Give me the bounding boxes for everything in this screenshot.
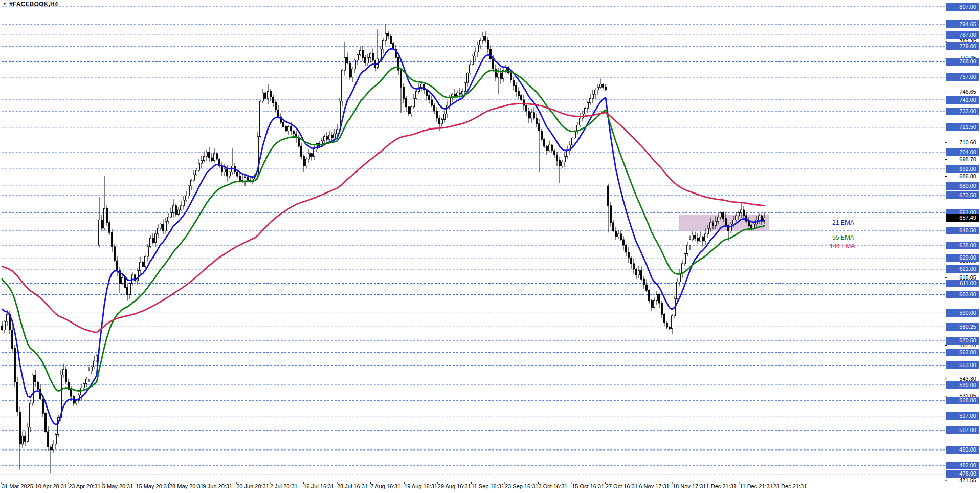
- chart-title-bar: ▼ #FACEBOOK,H4: [3, 1, 58, 8]
- time-axis-label: 1 Dec 21:31: [706, 483, 737, 489]
- time-axis-label: 15 Oct 16:31: [572, 483, 604, 489]
- price-level-label: 621.00: [946, 265, 979, 273]
- time-axis-label: 10 Apr 20:31: [35, 483, 67, 489]
- price-level-label: 787.00: [946, 31, 979, 39]
- time-axis-label: 16 Jul 16:31: [303, 483, 334, 489]
- price-level-label: 482.00: [946, 462, 979, 469]
- price-level-label: 629.00: [946, 254, 979, 262]
- time-axis-label: 29 Aug 16:31: [438, 483, 471, 489]
- chart-symbol-title: #FACEBOOK,H4: [9, 1, 58, 8]
- legend-ema-55: 55 EMA: [832, 234, 854, 241]
- price-level-label: 493.00: [946, 446, 979, 454]
- price-level-label: 704.00: [946, 148, 979, 156]
- time-axis-label: 23 Sep 16:31: [505, 483, 538, 489]
- time-scale[interactable]: 31 Mar 202510 Apr 20:3123 Apr 20:315 May…: [0, 483, 980, 493]
- price-axis-tick: 710.60: [946, 139, 979, 146]
- time-axis-label: 3 Oct 16:31: [539, 483, 568, 489]
- chart-window: ▼ #FACEBOOK,H4 21 EMA 55 EMA 144 EMA 782…: [0, 0, 980, 493]
- time-axis-label: 27 Oct 16:31: [606, 483, 638, 489]
- legend-ema-144: 144 EMA: [830, 243, 855, 250]
- price-level-label: 580.25: [946, 323, 979, 331]
- price-level-label: 517.00: [946, 412, 979, 420]
- price-level-label: 692.00: [946, 165, 979, 173]
- time-axis-label: 28 Jul 16:31: [337, 483, 368, 489]
- time-axis-label: 15 May 20:31: [136, 483, 170, 489]
- price-level-label: 733.00: [946, 108, 979, 115]
- price-level-label: 562.00: [946, 349, 979, 356]
- time-axis-label: 23 Dec 21:31: [773, 483, 807, 489]
- time-axis-label: 7 Aug 16:31: [371, 483, 401, 489]
- price-level-label: 603.00: [946, 291, 979, 298]
- price-level-label: 611.00: [946, 280, 979, 287]
- price-level-label: 768.00: [946, 58, 979, 66]
- price-level-label: 779.00: [946, 42, 979, 50]
- time-axis-label: 23 Apr 20:31: [69, 483, 100, 489]
- time-axis-label: 19 Aug 16:31: [404, 483, 437, 489]
- price-axis-tick: 698.70: [946, 156, 979, 163]
- time-axis-label: 18 Nov 17:31: [673, 483, 706, 489]
- symbol-dropdown-icon[interactable]: ▼: [3, 1, 7, 7]
- price-level-label: 757.00: [946, 73, 979, 81]
- ema-line-55-ema[interactable]: [2, 67, 764, 391]
- price-level-label: 476.00: [946, 470, 979, 478]
- time-axis-label: 20 Jun 20:31: [236, 483, 269, 489]
- chart-frame: [0, 0, 980, 484]
- price-level-label: 539.00: [946, 381, 979, 389]
- price-scale[interactable]: 782.35770.45746.65710.60698.70686.80626.…: [945, 0, 980, 482]
- price-level-label: 807.00: [946, 3, 979, 11]
- time-axis-label: 28 May 20:31: [169, 483, 204, 489]
- price-axis-tick: 686.80: [946, 173, 979, 180]
- price-axis-tick: 746.65: [946, 88, 979, 96]
- price-level-label: 570.50: [946, 337, 979, 345]
- legend-ema-21: 21 EMA: [832, 219, 854, 226]
- price-level-label: 528.00: [946, 397, 979, 404]
- price-level-label: 553.00: [946, 361, 979, 369]
- price-level-label: 680.00: [946, 182, 979, 190]
- price-level-label: 648.50: [946, 227, 979, 234]
- price-level-label: 794.65: [946, 20, 979, 28]
- price-level-label: 673.50: [946, 191, 979, 199]
- time-axis-label: 6 Nov 17:31: [639, 483, 669, 489]
- time-axis-label: 5 May 20:31: [102, 483, 133, 489]
- time-axis-label: 11 Dec 21:31: [740, 483, 773, 489]
- level-lines[interactable]: [2, 7, 945, 474]
- candles: [2, 24, 765, 473]
- current-price-label: 657.49: [946, 214, 979, 222]
- price-level-label: 590.00: [946, 309, 979, 317]
- time-axis-label: 31 Mar 2025: [2, 483, 33, 489]
- price-level-label: 638.00: [946, 242, 979, 249]
- price-level-label: 507.00: [946, 426, 979, 434]
- time-axis-label: 9 Jun 20:31: [203, 483, 233, 489]
- time-axis-label: 11 Sep 16:31: [471, 483, 504, 489]
- ema-line-21-ema[interactable]: [2, 49, 764, 425]
- price-level-label: 741.00: [946, 96, 979, 104]
- time-axis-label: 2 Jul 20:31: [270, 483, 298, 489]
- price-level-label: 721.50: [946, 123, 979, 131]
